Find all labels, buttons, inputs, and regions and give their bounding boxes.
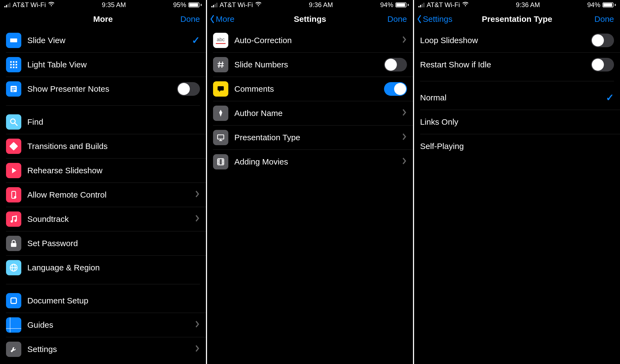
- chevron-right-icon: [401, 108, 407, 118]
- row-label: Document Setup: [27, 296, 200, 305]
- row-label: Comments: [234, 84, 378, 94]
- toggle-switch[interactable]: [591, 58, 614, 71]
- row-label: Slide View: [27, 36, 186, 45]
- carrier-label: AT&T Wi-Fi: [427, 1, 460, 9]
- row-label: Self-Playing: [420, 142, 614, 151]
- svg-point-19: [14, 196, 16, 198]
- group-separator: [420, 81, 614, 81]
- film-icon: [213, 154, 228, 169]
- svg-rect-6: [16, 64, 17, 65]
- row-autocorrect[interactable]: abc Auto-Correction: [207, 28, 413, 52]
- row-label: Show Presenter Notes: [27, 84, 171, 94]
- wifi-icon: [255, 1, 262, 9]
- row-label: Adding Movies: [234, 157, 395, 166]
- row-comments[interactable]: Comments: [207, 77, 413, 101]
- row-slide-view[interactable]: Slide View ✓: [0, 28, 206, 52]
- row-label: Author Name: [234, 109, 395, 118]
- row-label: Soundtrack: [27, 214, 188, 224]
- row-rehearse[interactable]: Rehearse Slideshow: [0, 159, 206, 183]
- carrier-label: AT&T Wi-Fi: [13, 1, 46, 9]
- group-separator: [6, 105, 200, 106]
- row-language[interactable]: Language & Region: [0, 256, 206, 280]
- back-button[interactable]: More: [209, 10, 234, 28]
- row-linksonly[interactable]: Links Only: [414, 110, 620, 134]
- panel-more: AT&T Wi-Fi 9:35 AM 95% More Done Slide V…: [0, 0, 206, 364]
- svg-rect-16: [9, 142, 18, 151]
- signal-icon: [211, 2, 217, 7]
- row-label: Normal: [420, 93, 600, 102]
- row-label: Restart Show if Idle: [420, 60, 585, 69]
- grid-icon: [6, 57, 21, 72]
- svg-rect-2: [13, 61, 14, 63]
- row-soundtrack[interactable]: Soundtrack: [0, 207, 206, 231]
- row-docsetup[interactable]: Document Setup: [0, 289, 206, 313]
- back-button[interactable]: Settings: [416, 10, 452, 28]
- svg-rect-26: [11, 298, 16, 303]
- checkmark-icon: ✓: [606, 92, 614, 103]
- nav-bar: More Settings Done: [207, 10, 413, 28]
- row-guides[interactable]: Guides: [0, 313, 206, 337]
- row-label: Light Table View: [27, 60, 200, 69]
- row-light-table-view[interactable]: Light Table View: [0, 53, 206, 77]
- status-bar: AT&T Wi-Fi 9:36 AM 94%: [207, 0, 413, 10]
- done-button[interactable]: Done: [180, 10, 200, 28]
- row-ptype[interactable]: Presentation Type: [207, 126, 413, 150]
- battery-icon: [395, 2, 409, 7]
- toggle-switch[interactable]: [177, 82, 200, 96]
- row-author[interactable]: Author Name: [207, 101, 413, 125]
- back-label: Settings: [423, 14, 452, 24]
- row-transitions[interactable]: Transitions and Builds: [0, 134, 206, 158]
- row-slidenumbers[interactable]: Slide Numbers: [207, 53, 413, 77]
- row-label: Guides: [27, 320, 188, 330]
- row-password[interactable]: Set Password: [0, 231, 206, 255]
- group-separator: [6, 284, 200, 284]
- chevron-right-icon: [194, 190, 200, 200]
- status-bar: AT&T Wi-Fi 9:35 AM 95%: [0, 0, 206, 10]
- done-button[interactable]: Done: [594, 10, 614, 28]
- nav-title: More: [93, 14, 113, 24]
- svg-marker-28: [219, 91, 221, 92]
- row-label: Slide Numbers: [234, 60, 378, 69]
- toggle-switch[interactable]: [384, 82, 407, 96]
- row-remote[interactable]: Allow Remote Control: [0, 183, 206, 207]
- signal-icon: [4, 2, 10, 7]
- search-icon: [6, 114, 21, 130]
- music-icon: [6, 211, 21, 227]
- svg-marker-17: [12, 168, 16, 173]
- row-selfplaying[interactable]: Self-Playing: [414, 134, 620, 158]
- abc-icon: abc: [213, 33, 228, 48]
- nav-bar: Settings Presentation Type Done: [414, 10, 620, 28]
- row-normal[interactable]: Normal ✓: [414, 86, 620, 110]
- row-label: Links Only: [420, 117, 614, 127]
- svg-point-21: [14, 219, 17, 222]
- toggle-switch[interactable]: [384, 58, 407, 71]
- row-label: Transitions and Builds: [27, 142, 200, 151]
- presentation-icon: [213, 130, 228, 145]
- row-label: Language & Region: [27, 263, 200, 272]
- row-movies[interactable]: Adding Movies: [207, 150, 413, 174]
- svg-rect-5: [13, 64, 14, 65]
- svg-rect-27: [218, 86, 224, 91]
- row-settings[interactable]: Settings: [0, 337, 206, 361]
- row-label: Find: [27, 117, 200, 127]
- globe-icon: [6, 260, 21, 275]
- row-label: Presentation Type: [234, 133, 395, 142]
- row-show-presenter-notes[interactable]: Show Presenter Notes: [0, 77, 206, 101]
- chevron-right-icon: [401, 133, 407, 143]
- svg-rect-11: [12, 87, 16, 88]
- lock-icon: [6, 236, 21, 251]
- row-restart[interactable]: Restart Show if Idle: [414, 53, 620, 77]
- list: Loop Slideshow Restart Show if Idle Norm…: [414, 28, 620, 158]
- row-loop[interactable]: Loop Slideshow: [414, 28, 620, 52]
- list: abc Auto-Correction Slide Numbers Commen…: [207, 28, 413, 174]
- row-find[interactable]: Find: [0, 110, 206, 134]
- svg-rect-3: [16, 61, 17, 63]
- svg-rect-7: [10, 67, 12, 68]
- svg-point-20: [11, 220, 13, 223]
- status-bar: AT&T Wi-Fi 9:36 AM 94%: [414, 0, 620, 10]
- done-button[interactable]: Done: [387, 10, 407, 28]
- chevron-right-icon: [194, 214, 200, 224]
- toggle-switch[interactable]: [591, 34, 614, 47]
- signal-icon: [418, 2, 424, 7]
- battery-icon: [188, 2, 202, 7]
